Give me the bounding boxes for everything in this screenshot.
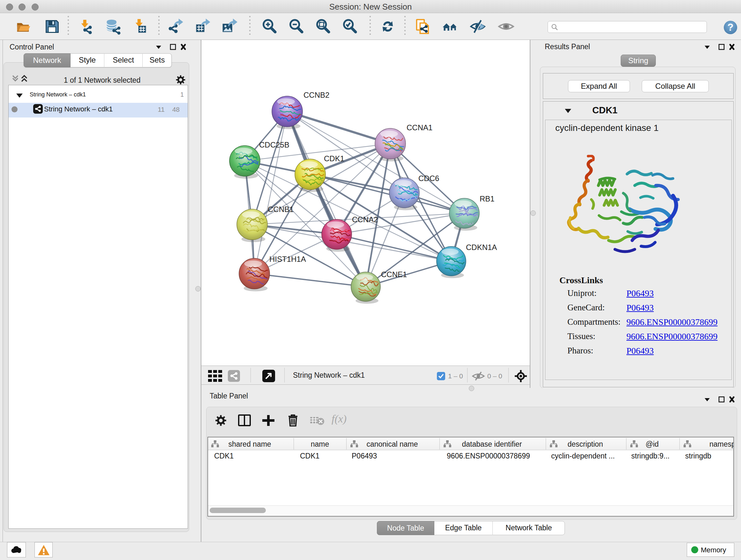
- svg-text:CDKN1A: CDKN1A: [466, 243, 497, 252]
- svg-text:HIST1H1A: HIST1H1A: [269, 255, 306, 263]
- svg-text:CCNA1: CCNA1: [407, 123, 432, 132]
- svg-text:RB1: RB1: [480, 194, 495, 203]
- svg-text:CCNE1: CCNE1: [381, 270, 407, 279]
- svg-text:CCNA2: CCNA2: [352, 215, 378, 224]
- svg-text:CCNB2: CCNB2: [304, 91, 329, 99]
- svg-text:CCNB1: CCNB1: [268, 205, 293, 213]
- svg-text:CDC25B: CDC25B: [259, 140, 289, 149]
- svg-text:CDK1: CDK1: [324, 154, 344, 163]
- svg-text:CDC6: CDC6: [418, 174, 439, 183]
